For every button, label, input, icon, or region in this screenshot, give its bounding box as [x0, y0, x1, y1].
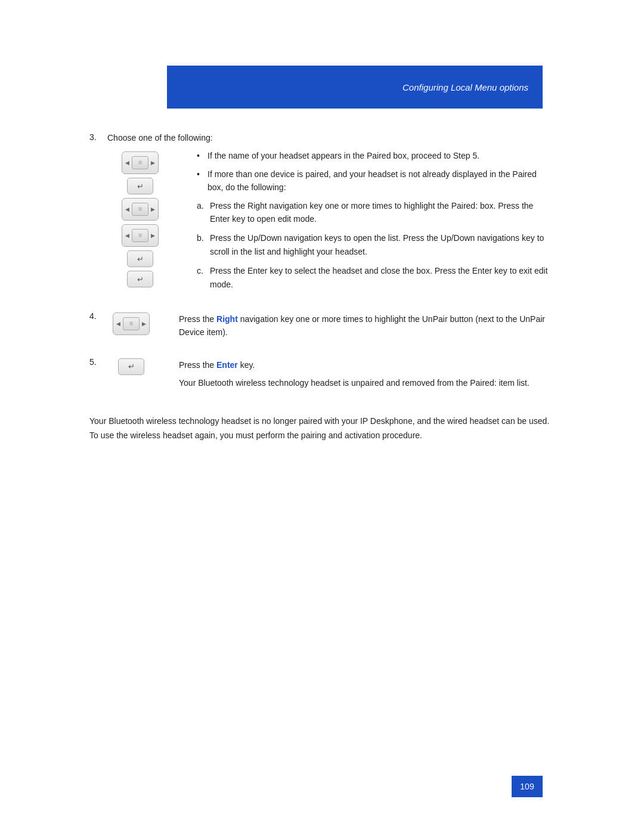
step-5-followup: Your Bluetooth wireless technology heads…	[179, 376, 555, 389]
step-3: 3. Choose one of the following: ◀ ☰ ▶	[89, 131, 555, 297]
nav-key-center-3: ☰	[132, 229, 148, 242]
sub-step-c: c. Press the Enter key to select the hea…	[197, 264, 555, 291]
sub-label-b: b.	[197, 231, 210, 244]
closing-paragraph: Your Bluetooth wireless technology heads…	[89, 414, 555, 443]
bold-enter-a: Enter	[210, 214, 230, 224]
bullet-2: If more than one device is paired, and y…	[197, 168, 555, 194]
enter-key-2: ↵	[127, 250, 153, 267]
nav-key-4: ◀ ☰ ▶	[113, 312, 150, 335]
bold-enter-5: Enter	[216, 360, 238, 370]
page-number: 109	[512, 776, 543, 797]
sub-step-list: a. Press the Right navigation key one or…	[197, 199, 555, 291]
step-3-body: Choose one of the following: ◀ ☰ ▶ ↵	[107, 131, 555, 297]
header-title: Configuring Local Menu options	[402, 82, 528, 92]
sub-text-b: Press the Up/Down navigation keys to ope…	[210, 231, 555, 258]
nav-key-center-1: ☰	[132, 156, 148, 169]
main-content: 3. Choose one of the following: ◀ ☰ ▶	[89, 131, 555, 443]
step-4-keys: ◀ ☰ ▶	[107, 312, 155, 335]
step-5-text-block: Press the Enter key. Your Bluetooth wire…	[179, 356, 555, 394]
nav-key-1: ◀ ☰ ▶	[122, 151, 159, 174]
sub-step-b: b. Press the Up/Down navigation keys to …	[197, 231, 555, 258]
step-4-number: 4.	[89, 310, 107, 321]
arrow-left-3: ◀	[125, 233, 129, 239]
nav-key-2: ◀ ☰ ▶	[122, 198, 159, 221]
step-3-bullet-list: If the name of your headset appears in t…	[197, 149, 555, 194]
arrow-right-3: ▶	[151, 233, 155, 239]
bold-enter-c1: Enter	[247, 266, 267, 275]
nav-key-3: ◀ ☰ ▶	[122, 224, 159, 247]
arrow-left-1: ◀	[125, 160, 129, 166]
enter-arrow-3: ↵	[137, 275, 144, 284]
enter-arrow-1: ↵	[137, 182, 144, 191]
nav-key-center-4: ☰	[123, 317, 140, 330]
step-5: 5. ↵ Press the Enter key. Your Bluetooth…	[89, 356, 555, 394]
arrow-right-2: ▶	[151, 206, 155, 212]
arrow-right-1: ▶	[151, 160, 155, 166]
enter-arrow-5: ↵	[128, 362, 135, 371]
step-3-main: Choose one of the following:	[107, 131, 555, 144]
step-5-keys: ↵	[107, 358, 155, 375]
bold-updown-b1: Up/Down	[247, 233, 282, 243]
sub-step-a: a. Press the Right navigation key one or…	[197, 199, 555, 226]
step-4-body: ◀ ☰ ▶ Press the Right navigation key one…	[107, 310, 555, 343]
page-header: Configuring Local Menu options	[167, 66, 543, 109]
step-3-bullets-container: If the name of your headset appears in t…	[197, 149, 555, 297]
sub-text-a: Press the Right navigation key one or mo…	[210, 199, 555, 226]
step-3-number: 3.	[89, 131, 107, 142]
step-5-text: Press the Enter key.	[179, 358, 555, 371]
sub-label-a: a.	[197, 199, 210, 212]
arrow-left-4: ◀	[116, 321, 120, 327]
nav-key-center-2: ☰	[132, 203, 148, 216]
bold-right-4: Right	[216, 314, 238, 324]
step-4-text: Press the Right navigation key one or mo…	[179, 310, 555, 339]
enter-key-5: ↵	[118, 358, 144, 375]
step-5-number: 5.	[89, 356, 107, 367]
enter-key-3: ↵	[127, 271, 153, 287]
step-5-body: ↵ Press the Enter key. Your Bluetooth wi…	[107, 356, 555, 394]
enter-key-1: ↵	[127, 178, 153, 194]
arrow-right-4: ▶	[142, 321, 146, 327]
bold-enter-c2: Enter	[472, 266, 492, 275]
arrow-left-2: ◀	[125, 206, 129, 212]
step-3-keys: ◀ ☰ ▶ ↵ ◀ ☰	[107, 151, 173, 287]
enter-arrow-2: ↵	[137, 255, 144, 264]
step-4: 4. ◀ ☰ ▶ Press the Right navigation key …	[89, 310, 555, 343]
bold-right-a: Right	[247, 201, 267, 210]
sub-text-c: Press the Enter key to select the headse…	[210, 264, 555, 291]
bullet-1: If the name of your headset appears in t…	[197, 149, 555, 162]
bold-updown-b2: Up/Down	[441, 233, 475, 243]
sub-label-c: c.	[197, 264, 210, 277]
